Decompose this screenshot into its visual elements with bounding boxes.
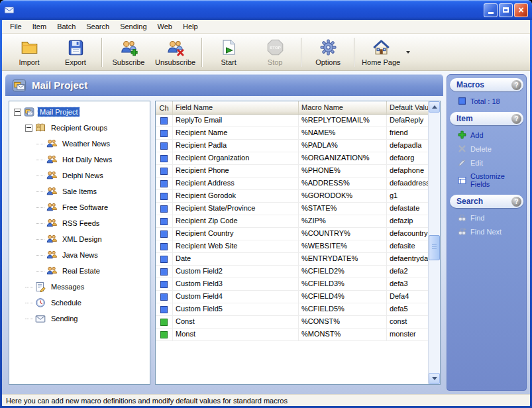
app-window: × FileItemBatchSearchSendingWebHelp Impo… (0, 0, 532, 408)
table-row[interactable]: Recipient Padla%PADLA%defapadla (156, 140, 428, 152)
panel-header-item[interactable]: Item? (450, 112, 523, 125)
table-row[interactable]: Const%CONST%const (156, 316, 428, 329)
macro-name-cell: %CONST% (299, 316, 387, 328)
table-row[interactable]: Custom Field2%CFIELD2%defa2 (156, 266, 428, 278)
collapse-icon[interactable] (25, 125, 32, 132)
users-icon (46, 250, 57, 260)
tree-item-free-software[interactable]: Free Software (9, 199, 150, 215)
table-row[interactable]: Recipient State/Province%STATE%defastate (156, 203, 428, 215)
toolbar-import-button[interactable]: Import (6, 36, 52, 69)
row-check-cell (156, 215, 173, 227)
menu-web[interactable]: Web (152, 21, 178, 32)
tree-item-sale-items[interactable]: Sale Items (9, 183, 150, 199)
scrollbar-thumb[interactable] (429, 235, 440, 260)
menu-item[interactable]: Item (27, 21, 52, 32)
default-value-cell: defazip (387, 215, 428, 227)
maximize-button[interactable] (499, 3, 513, 17)
tree-item-mail-project[interactable]: Mail Project (9, 104, 150, 120)
tree-item-hot-daily-news[interactable]: Hot Daily News (9, 152, 150, 168)
tree-item-xml-design[interactable]: XML Design (9, 231, 150, 247)
menu-sending[interactable]: Sending (115, 21, 152, 32)
table-row[interactable]: Recipient Zip Code%ZIP%defazip (156, 215, 428, 228)
tree-item-label: Sale Items (60, 187, 99, 196)
minimize-button[interactable] (484, 3, 498, 17)
table-row[interactable]: Custom Field5%CFIELD5%defa5 (156, 303, 428, 316)
table-row[interactable]: Custom Field3%CFIELD3%defa3 (156, 278, 428, 291)
page-title: Mail Project (32, 79, 87, 91)
app-icon (4, 5, 15, 15)
panel-header-macros[interactable]: Macros? (450, 78, 523, 91)
tree-item-real-estate[interactable]: Real Estate (9, 263, 150, 279)
help-icon[interactable]: ? (511, 80, 521, 90)
macro-name-cell: %COUNTRY% (299, 228, 387, 240)
delete-icon (458, 144, 466, 153)
find-next-button[interactable]: Find Next (449, 225, 524, 238)
find-icon (458, 213, 466, 222)
table-row[interactable]: Recipient Phone%PHONE%defaphone (156, 165, 428, 178)
table-row[interactable]: Date%ENTRYDATE%defaentrydate (156, 253, 428, 266)
menu-batch[interactable]: Batch (52, 21, 81, 32)
column-header-macro-name[interactable]: Macro Name (299, 101, 387, 114)
menu-search[interactable]: Search (81, 21, 115, 32)
table-row[interactable]: Recipient Address%ADDRESS%defaaddress (156, 178, 428, 190)
toolbar-unsubscribe-button[interactable]: Unsubscribe (152, 36, 199, 69)
panel-title-macros: Macros (456, 80, 484, 89)
table-row[interactable]: Monst%MONST%monster (156, 329, 428, 341)
home-page-dropdown-button[interactable] (404, 36, 412, 69)
vertical-scrollbar[interactable] (428, 101, 440, 384)
close-button[interactable]: × (514, 3, 528, 17)
toolbar-home-page-button[interactable]: Home Page (358, 36, 404, 69)
toolbar-subscribe-button[interactable]: Subscribe (105, 36, 152, 69)
table-row[interactable]: Recipient Gorodok%GORODOK%g1 (156, 190, 428, 203)
menu-help[interactable]: Help (178, 21, 203, 32)
record-blue-square-icon (160, 218, 168, 225)
scrollbar-down-button[interactable] (429, 373, 440, 384)
tree-item-java-news[interactable]: Java News (9, 247, 150, 263)
delete-button[interactable]: Delete (449, 142, 524, 156)
toolbar-start-label: Start (221, 58, 237, 66)
maximize-icon (503, 7, 509, 13)
table-row[interactable]: ReplyTo Email%REPLYTOEMAIL%DefaReply (156, 115, 428, 127)
menu-file[interactable]: File (5, 21, 27, 32)
default-value-cell: g1 (387, 190, 428, 202)
help-icon[interactable]: ? (511, 114, 521, 124)
tree-item-messages[interactable]: Messages (9, 279, 150, 295)
column-header-field-name[interactable]: Field Name (173, 101, 299, 114)
tree-item-delphi-news[interactable]: Delphi News (9, 168, 150, 183)
table-row[interactable]: Recipient Organization%ORGANIZATION%defa… (156, 152, 428, 165)
customize-fields-button[interactable]: Customize Fields (449, 170, 524, 191)
table-row[interactable]: Recipient Country%COUNTRY%defacountry (156, 228, 428, 240)
default-value-cell: const (387, 316, 428, 328)
table-row[interactable]: Custom Field4%CFIELD4%Defa4 (156, 291, 428, 303)
find-button[interactable]: Find (449, 211, 524, 225)
record-blue-square-icon (160, 306, 168, 313)
table-row[interactable]: Recipient Name%NAME%friend (156, 127, 428, 140)
tree-item-rss-feeds[interactable]: RSS Feeds (9, 215, 150, 231)
scrollbar-up-button[interactable] (429, 101, 440, 113)
macro-name-cell: %GORODOK% (299, 190, 387, 202)
add-button[interactable]: Add (449, 128, 524, 142)
edit-button[interactable]: Edit (449, 156, 524, 170)
tree-item-recipient-groups[interactable]: Recipient Groups (9, 120, 150, 136)
tree-item-label: Hot Daily News (60, 155, 114, 164)
scrollbar-track[interactable] (429, 113, 440, 373)
row-check-cell (156, 178, 173, 189)
tree-item-weather-news[interactable]: Weather News (9, 136, 150, 152)
toolbar-options-button[interactable]: Options (305, 36, 351, 69)
help-icon[interactable]: ? (511, 197, 521, 207)
panel-header-search[interactable]: Search? (450, 195, 523, 208)
tree-guide (25, 319, 33, 319)
toolbar-start-button[interactable]: Start (205, 36, 252, 69)
collapse-icon[interactable] (14, 109, 21, 116)
table-row[interactable]: Recipient Web Site%WEBSITE%defasite (156, 240, 428, 253)
column-header-default-value[interactable]: Default Value (387, 101, 428, 114)
column-header-ch[interactable]: Ch (156, 101, 173, 114)
tree-item-schedule[interactable]: Schedule (9, 295, 150, 311)
row-check-cell (156, 240, 173, 252)
edit-label: Edit (470, 159, 483, 167)
title-bar[interactable]: × (0, 0, 532, 20)
tree-item-label: Recipient Groups (49, 123, 109, 132)
panel-gap (449, 191, 524, 193)
tree-item-sending[interactable]: Sending (9, 311, 150, 327)
toolbar-export-button[interactable]: Export (52, 36, 99, 69)
